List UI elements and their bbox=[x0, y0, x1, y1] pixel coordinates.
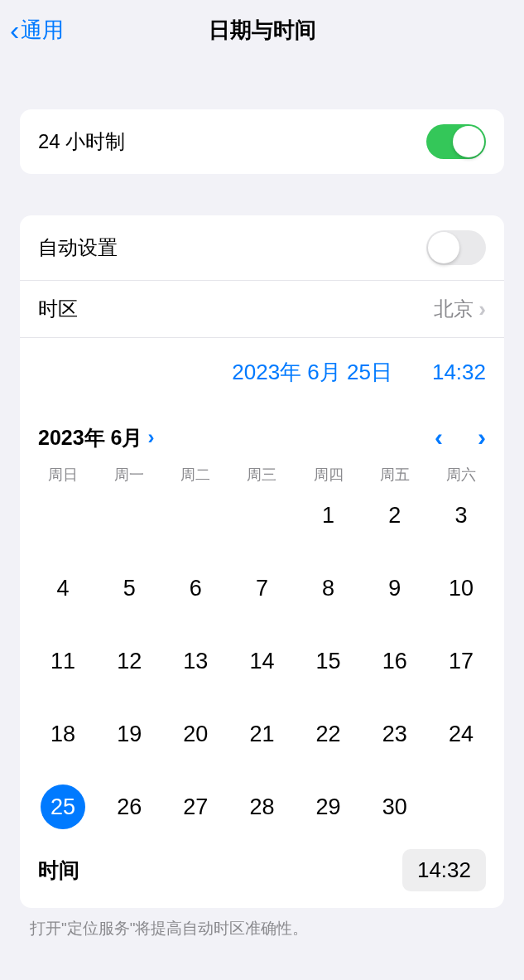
empty-cell bbox=[228, 491, 295, 539]
day-7[interactable]: 7 bbox=[228, 564, 295, 612]
day-number: 20 bbox=[173, 712, 218, 756]
chevron-right-icon: › bbox=[147, 426, 154, 449]
auto-set-label: 自动设置 bbox=[38, 234, 118, 261]
day-19[interactable]: 19 bbox=[96, 710, 162, 758]
weekday-3: 周三 bbox=[228, 465, 295, 485]
day-number: 15 bbox=[306, 639, 351, 683]
weekday-4: 周四 bbox=[296, 465, 362, 485]
day-6[interactable]: 6 bbox=[162, 564, 228, 612]
timezone-row[interactable]: 时区 北京 › bbox=[20, 280, 504, 337]
day-number: 1 bbox=[306, 493, 351, 538]
weekday-1: 周一 bbox=[96, 465, 162, 485]
day-number: 6 bbox=[173, 566, 218, 611]
next-month-button[interactable]: › bbox=[478, 423, 486, 451]
day-23[interactable]: 23 bbox=[362, 710, 428, 758]
day-number: 16 bbox=[373, 639, 417, 683]
prev-month-button[interactable]: ‹ bbox=[435, 423, 443, 451]
time-picker[interactable]: 14:32 bbox=[402, 849, 486, 891]
day-number: 18 bbox=[41, 712, 85, 756]
day-15[interactable]: 15 bbox=[296, 637, 362, 685]
selected-time[interactable]: 14:32 bbox=[432, 360, 486, 385]
day-20[interactable]: 20 bbox=[162, 710, 228, 758]
day-number: 2 bbox=[373, 493, 417, 538]
day-number: 8 bbox=[306, 566, 351, 611]
selected-date[interactable]: 2023年 6月 25日 bbox=[232, 358, 392, 387]
day-number: 10 bbox=[439, 566, 483, 611]
toggle-knob bbox=[428, 232, 459, 263]
day-9[interactable]: 9 bbox=[362, 564, 428, 612]
day-12[interactable]: 12 bbox=[96, 637, 162, 685]
day-30[interactable]: 30 bbox=[362, 783, 428, 831]
day-number: 30 bbox=[373, 784, 417, 829]
day-number: 24 bbox=[439, 712, 483, 756]
back-button[interactable]: ‹ 通用 bbox=[0, 14, 64, 46]
day-number: 28 bbox=[239, 784, 284, 829]
calendar-grid: 1234567891011121314151617181920212223242… bbox=[20, 488, 504, 838]
day-number: 21 bbox=[239, 712, 284, 756]
page-title: 日期与时间 bbox=[0, 16, 524, 45]
day-number: 12 bbox=[107, 639, 151, 683]
footer-note: 打开"定位服务"将提高自动时区准确性。 bbox=[0, 908, 524, 949]
day-number: 25 bbox=[41, 784, 85, 829]
day-24[interactable]: 24 bbox=[428, 710, 494, 758]
back-label: 通用 bbox=[21, 16, 64, 45]
time-label: 时间 bbox=[38, 857, 79, 884]
timezone-value: 北京 bbox=[434, 296, 474, 322]
day-17[interactable]: 17 bbox=[428, 637, 494, 685]
chevron-left-icon: ‹ bbox=[10, 14, 19, 46]
time-row: 时间 14:32 bbox=[20, 838, 504, 908]
day-22[interactable]: 22 bbox=[296, 710, 362, 758]
day-18[interactable]: 18 bbox=[30, 710, 96, 758]
auto-set-toggle[interactable] bbox=[426, 230, 486, 265]
weekday-row: 周日周一周二周三周四周五周六 bbox=[20, 458, 504, 488]
day-number: 27 bbox=[173, 784, 218, 829]
time-value: 14:32 bbox=[417, 857, 471, 882]
day-1[interactable]: 1 bbox=[296, 491, 362, 539]
weekday-2: 周二 bbox=[162, 465, 228, 485]
day-8[interactable]: 8 bbox=[296, 564, 362, 612]
day-2[interactable]: 2 bbox=[362, 491, 428, 539]
day-number: 3 bbox=[439, 493, 483, 538]
empty-cell bbox=[162, 491, 228, 539]
day-number: 17 bbox=[439, 639, 483, 683]
datetime-summary-row: 2023年 6月 25日 14:32 bbox=[20, 337, 504, 407]
day-number: 23 bbox=[373, 712, 417, 756]
day-29[interactable]: 29 bbox=[296, 783, 362, 831]
month-picker[interactable]: 2023年 6月 › bbox=[38, 424, 154, 451]
auto-set-row: 自动设置 bbox=[20, 215, 504, 280]
day-27[interactable]: 27 bbox=[162, 783, 228, 831]
month-label: 2023年 6月 bbox=[38, 424, 142, 451]
day-number: 4 bbox=[41, 566, 85, 611]
day-16[interactable]: 16 bbox=[362, 637, 428, 685]
day-number: 14 bbox=[239, 639, 284, 683]
day-number: 5 bbox=[107, 566, 151, 611]
twenty-four-hour-label: 24 小时制 bbox=[38, 128, 125, 155]
day-14[interactable]: 14 bbox=[228, 637, 295, 685]
day-3[interactable]: 3 bbox=[428, 491, 494, 539]
day-number: 7 bbox=[239, 566, 284, 611]
timezone-label: 时区 bbox=[38, 296, 78, 322]
day-13[interactable]: 13 bbox=[162, 637, 228, 685]
day-number: 9 bbox=[373, 566, 417, 611]
day-5[interactable]: 5 bbox=[96, 564, 162, 612]
twenty-four-hour-row: 24 小时制 bbox=[20, 109, 504, 174]
weekday-0: 周日 bbox=[30, 465, 96, 485]
day-number: 13 bbox=[173, 639, 218, 683]
day-28[interactable]: 28 bbox=[228, 783, 295, 831]
day-number: 29 bbox=[306, 784, 351, 829]
day-4[interactable]: 4 bbox=[30, 564, 96, 612]
day-number: 19 bbox=[107, 712, 151, 756]
empty-cell bbox=[30, 491, 96, 539]
day-number: 11 bbox=[41, 639, 85, 683]
weekday-6: 周六 bbox=[428, 465, 494, 485]
day-number: 22 bbox=[306, 712, 351, 756]
chevron-right-icon: › bbox=[478, 297, 486, 322]
day-26[interactable]: 26 bbox=[96, 783, 162, 831]
twenty-four-hour-toggle[interactable] bbox=[426, 124, 486, 159]
day-21[interactable]: 21 bbox=[228, 710, 295, 758]
weekday-5: 周五 bbox=[362, 465, 428, 485]
day-25[interactable]: 25 bbox=[30, 783, 96, 831]
toggle-knob bbox=[453, 126, 484, 157]
day-11[interactable]: 11 bbox=[30, 637, 96, 685]
day-10[interactable]: 10 bbox=[428, 564, 494, 612]
